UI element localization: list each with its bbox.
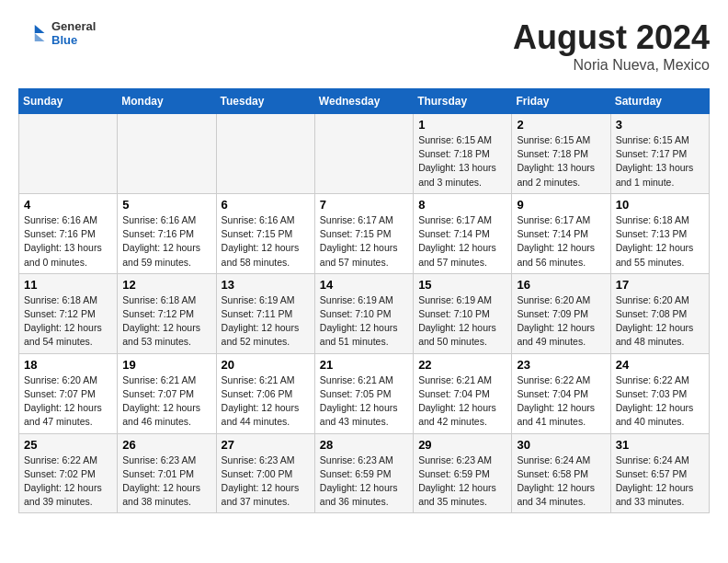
day-number: 16 [517, 278, 605, 292]
day-number: 17 [616, 278, 704, 292]
calendar-cell: 18Sunrise: 6:20 AM Sunset: 7:07 PM Dayli… [19, 353, 118, 433]
calendar-cell [118, 114, 216, 194]
day-number: 20 [222, 358, 310, 372]
day-content: Sunrise: 6:19 AM Sunset: 7:11 PM Dayligh… [222, 293, 310, 350]
day-content: Sunrise: 6:24 AM Sunset: 6:58 PM Dayligh… [517, 454, 605, 510]
day-number: 10 [616, 198, 704, 212]
day-number: 3 [616, 118, 704, 132]
day-number: 18 [24, 358, 112, 372]
calendar-table: SundayMondayTuesdayWednesdayThursdayFrid… [18, 88, 710, 513]
week-row-3: 11Sunrise: 6:18 AM Sunset: 7:12 PM Dayli… [19, 273, 710, 353]
day-content: Sunrise: 6:21 AM Sunset: 7:06 PM Dayligh… [222, 373, 310, 430]
calendar-cell: 15Sunrise: 6:19 AM Sunset: 7:10 PM Dayli… [414, 273, 512, 353]
week-row-2: 4Sunrise: 6:16 AM Sunset: 7:16 PM Daylig… [19, 193, 710, 273]
weekday-header-sunday: Sunday [19, 89, 118, 114]
day-content: Sunrise: 6:23 AM Sunset: 6:59 PM Dayligh… [320, 454, 408, 510]
weekday-header-tuesday: Tuesday [216, 89, 314, 114]
calendar-cell: 10Sunrise: 6:18 AM Sunset: 7:13 PM Dayli… [610, 193, 709, 273]
calendar-cell: 29Sunrise: 6:23 AM Sunset: 6:59 PM Dayli… [414, 433, 512, 513]
day-number: 15 [418, 278, 506, 292]
calendar-cell [314, 114, 413, 194]
calendar-cell: 17Sunrise: 6:20 AM Sunset: 7:08 PM Dayli… [610, 273, 709, 353]
weekday-header-friday: Friday [512, 89, 610, 114]
day-number: 12 [122, 278, 210, 292]
day-content: Sunrise: 6:15 AM Sunset: 7:18 PM Dayligh… [418, 133, 506, 190]
day-number: 8 [418, 198, 506, 212]
day-number: 14 [320, 278, 408, 292]
calendar-cell: 21Sunrise: 6:21 AM Sunset: 7:05 PM Dayli… [314, 353, 413, 433]
calendar-cell: 31Sunrise: 6:24 AM Sunset: 6:57 PM Dayli… [610, 433, 709, 513]
day-content: Sunrise: 6:15 AM Sunset: 7:18 PM Dayligh… [517, 133, 605, 190]
day-content: Sunrise: 6:18 AM Sunset: 7:13 PM Dayligh… [616, 213, 704, 270]
calendar-cell: 30Sunrise: 6:24 AM Sunset: 6:58 PM Dayli… [512, 433, 610, 513]
day-content: Sunrise: 6:22 AM Sunset: 7:03 PM Dayligh… [616, 373, 704, 430]
calendar-cell: 14Sunrise: 6:19 AM Sunset: 7:10 PM Dayli… [314, 273, 413, 353]
day-content: Sunrise: 6:19 AM Sunset: 7:10 PM Dayligh… [418, 293, 506, 350]
day-content: Sunrise: 6:16 AM Sunset: 7:16 PM Dayligh… [122, 213, 210, 270]
day-content: Sunrise: 6:17 AM Sunset: 7:14 PM Dayligh… [418, 213, 506, 270]
calendar-cell: 28Sunrise: 6:23 AM Sunset: 6:59 PM Dayli… [314, 433, 413, 513]
calendar-cell: 5Sunrise: 6:16 AM Sunset: 7:16 PM Daylig… [118, 193, 216, 273]
day-content: Sunrise: 6:22 AM Sunset: 7:04 PM Dayligh… [517, 373, 605, 430]
day-content: Sunrise: 6:23 AM Sunset: 7:01 PM Dayligh… [122, 454, 210, 510]
day-number: 31 [616, 438, 704, 452]
calendar-cell: 25Sunrise: 6:22 AM Sunset: 7:02 PM Dayli… [19, 433, 118, 513]
day-content: Sunrise: 6:17 AM Sunset: 7:14 PM Dayligh… [517, 213, 605, 270]
calendar-cell [19, 114, 118, 194]
calendar-cell: 20Sunrise: 6:21 AM Sunset: 7:06 PM Dayli… [216, 353, 314, 433]
day-number: 5 [122, 198, 210, 212]
calendar-subtitle: Noria Nueva, Mexico [513, 57, 710, 74]
calendar-cell: 1Sunrise: 6:15 AM Sunset: 7:18 PM Daylig… [414, 114, 512, 194]
title-block: August 2024 Noria Nueva, Mexico [513, 18, 710, 74]
logo-blue-text: Blue [51, 33, 96, 47]
day-number: 7 [320, 198, 408, 212]
week-row-1: 1Sunrise: 6:15 AM Sunset: 7:18 PM Daylig… [19, 114, 710, 194]
calendar-cell: 16Sunrise: 6:20 AM Sunset: 7:09 PM Dayli… [512, 273, 610, 353]
page-header: General Blue August 2024 Noria Nueva, Me… [18, 18, 710, 74]
day-number: 22 [418, 358, 506, 372]
day-number: 28 [320, 438, 408, 452]
weekday-header-monday: Monday [118, 89, 216, 114]
calendar-cell: 9Sunrise: 6:17 AM Sunset: 7:14 PM Daylig… [512, 193, 610, 273]
day-content: Sunrise: 6:23 AM Sunset: 6:59 PM Dayligh… [418, 454, 506, 510]
calendar-cell: 11Sunrise: 6:18 AM Sunset: 7:12 PM Dayli… [19, 273, 118, 353]
calendar-cell: 12Sunrise: 6:18 AM Sunset: 7:12 PM Dayli… [118, 273, 216, 353]
day-number: 30 [517, 438, 605, 452]
day-number: 13 [222, 278, 310, 292]
day-content: Sunrise: 6:20 AM Sunset: 7:09 PM Dayligh… [517, 293, 605, 350]
weekday-header-saturday: Saturday [610, 89, 709, 114]
calendar-title: August 2024 [513, 18, 710, 57]
logo: General Blue [18, 18, 96, 48]
calendar-cell: 13Sunrise: 6:19 AM Sunset: 7:11 PM Dayli… [216, 273, 314, 353]
calendar-header: SundayMondayTuesdayWednesdayThursdayFrid… [19, 89, 710, 114]
weekday-header-wednesday: Wednesday [314, 89, 413, 114]
day-number: 4 [24, 198, 112, 212]
calendar-body: 1Sunrise: 6:15 AM Sunset: 7:18 PM Daylig… [19, 114, 710, 513]
day-content: Sunrise: 6:19 AM Sunset: 7:10 PM Dayligh… [320, 293, 408, 350]
calendar-cell: 7Sunrise: 6:17 AM Sunset: 7:15 PM Daylig… [314, 193, 413, 273]
logo-text: General Blue [51, 19, 96, 47]
day-content: Sunrise: 6:16 AM Sunset: 7:16 PM Dayligh… [24, 213, 112, 270]
weekday-header-thursday: Thursday [414, 89, 512, 114]
calendar-cell: 19Sunrise: 6:21 AM Sunset: 7:07 PM Dayli… [118, 353, 216, 433]
logo-general-text: General [51, 19, 96, 33]
day-content: Sunrise: 6:24 AM Sunset: 6:57 PM Dayligh… [616, 454, 704, 510]
day-number: 2 [517, 118, 605, 132]
day-content: Sunrise: 6:20 AM Sunset: 7:07 PM Dayligh… [24, 373, 112, 430]
day-number: 21 [320, 358, 408, 372]
day-content: Sunrise: 6:23 AM Sunset: 7:00 PM Dayligh… [222, 454, 310, 510]
calendar-cell: 22Sunrise: 6:21 AM Sunset: 7:04 PM Dayli… [414, 353, 512, 433]
calendar-cell: 27Sunrise: 6:23 AM Sunset: 7:00 PM Dayli… [216, 433, 314, 513]
logo-icon [18, 18, 48, 48]
day-number: 1 [418, 118, 506, 132]
day-content: Sunrise: 6:22 AM Sunset: 7:02 PM Dayligh… [24, 454, 112, 510]
day-number: 27 [222, 438, 310, 452]
calendar-cell: 4Sunrise: 6:16 AM Sunset: 7:16 PM Daylig… [19, 193, 118, 273]
day-number: 9 [517, 198, 605, 212]
day-content: Sunrise: 6:17 AM Sunset: 7:15 PM Dayligh… [320, 213, 408, 270]
day-number: 23 [517, 358, 605, 372]
calendar-cell: 24Sunrise: 6:22 AM Sunset: 7:03 PM Dayli… [610, 353, 709, 433]
calendar-cell: 8Sunrise: 6:17 AM Sunset: 7:14 PM Daylig… [414, 193, 512, 273]
calendar-cell: 6Sunrise: 6:16 AM Sunset: 7:15 PM Daylig… [216, 193, 314, 273]
day-content: Sunrise: 6:21 AM Sunset: 7:05 PM Dayligh… [320, 373, 408, 430]
